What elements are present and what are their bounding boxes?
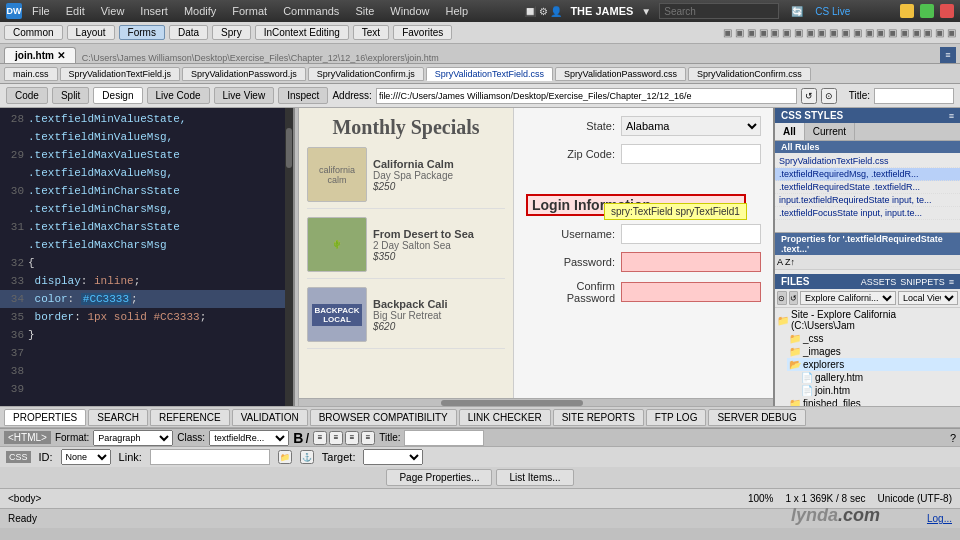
tab-browser-compat[interactable]: BROWSER COMPATIBILITY	[310, 409, 457, 426]
mode-design[interactable]: Design	[93, 87, 142, 104]
browse-link-btn[interactable]: 📁	[278, 450, 292, 464]
mode-live-view[interactable]: Live View	[214, 87, 275, 104]
italic-btn[interactable]: I	[305, 430, 309, 446]
menu-insert[interactable]: Insert	[134, 4, 174, 18]
css-rule-2[interactable]: .textfieldRequiredState .textfieldR...	[775, 181, 960, 194]
toolbar-incontext[interactable]: InContext Editing	[255, 25, 349, 40]
left-scroll[interactable]	[295, 108, 299, 406]
state-select[interactable]: Alabama	[621, 116, 761, 136]
css-rule-1[interactable]: .textfieldRequiredMsg, .textfieldR...	[775, 168, 960, 181]
props-sort-icon[interactable]: Z↑	[785, 257, 795, 267]
props-add-icon[interactable]: A	[777, 257, 783, 267]
dropdown-icon[interactable]: ▼	[641, 6, 651, 17]
toolbar-common[interactable]: Common	[4, 25, 63, 40]
menu-format[interactable]: Format	[226, 4, 273, 18]
css-tab-all[interactable]: All	[775, 123, 805, 140]
prop-help-icon[interactable]: ?	[950, 432, 956, 444]
snippets-tab[interactable]: SNIPPETS	[900, 277, 945, 287]
menu-edit[interactable]: Edit	[60, 4, 91, 18]
file-tab-maincss[interactable]: main.css	[4, 67, 58, 81]
log-link[interactable]: Log...	[927, 513, 952, 524]
css-rule-4[interactable]: .textfieldFocusState input, input.te...	[775, 207, 960, 220]
menu-help[interactable]: Help	[439, 4, 474, 18]
toolbar-layout[interactable]: Layout	[67, 25, 115, 40]
tab-server-debug[interactable]: SERVER DEBUG	[708, 409, 805, 426]
align-right-btn[interactable]: ≡	[345, 431, 359, 445]
menu-modify[interactable]: Modify	[178, 4, 222, 18]
minimize-button[interactable]	[900, 4, 914, 18]
title-prop-input[interactable]	[404, 430, 484, 446]
title-input[interactable]	[874, 88, 954, 104]
tab-validation[interactable]: VALIDATION	[232, 409, 308, 426]
id-select[interactable]: None	[61, 449, 111, 465]
link-anchor-btn[interactable]: ⚓	[300, 450, 314, 464]
files-connect-btn[interactable]: ⊙	[777, 291, 787, 305]
tab-link-checker[interactable]: LINK CHECKER	[459, 409, 551, 426]
file-tab-spryvalidation-pw-css[interactable]: SpryValidationPassword.css	[555, 67, 686, 81]
restore-button[interactable]	[920, 4, 934, 18]
password-input[interactable]	[621, 252, 761, 272]
file-tab-spryvalidation-pw-js[interactable]: SpryValidationPassword.js	[182, 67, 306, 81]
tree-join-file[interactable]: 📄 join.htm	[799, 384, 960, 397]
cs-live-label[interactable]: CS Live	[815, 6, 850, 17]
files-menu-icon[interactable]: ≡	[949, 277, 954, 287]
file-tab-spryvalidation-tf-js[interactable]: SpryValidationTextField.js	[60, 67, 180, 81]
file-tab-spryvalidation-tf-css[interactable]: SpryValidationTextField.css	[426, 67, 553, 81]
menu-view[interactable]: View	[95, 4, 131, 18]
css-filter-icon[interactable]: ≡	[940, 47, 956, 63]
tab-reference[interactable]: REFERENCE	[150, 409, 230, 426]
address-input[interactable]	[376, 88, 797, 104]
tree-finished-folder[interactable]: 📁 finished_files	[787, 397, 960, 406]
tree-gallery-file[interactable]: 📄 gallery.htm	[799, 371, 960, 384]
doc-tab-join[interactable]: join.htm ✕	[4, 47, 76, 63]
page-properties-btn[interactable]: Page Properties...	[386, 469, 492, 486]
format-select[interactable]: Paragraph	[93, 430, 173, 446]
target-select[interactable]	[363, 449, 423, 465]
mode-inspect[interactable]: Inspect	[278, 87, 328, 104]
tab-properties[interactable]: PROPERTIES	[4, 409, 86, 426]
class-select[interactable]: textfieldRe...	[209, 430, 289, 446]
menu-commands[interactable]: Commands	[277, 4, 345, 18]
align-left-btn[interactable]: ≡	[313, 431, 327, 445]
toolbar-forms[interactable]: Forms	[119, 25, 165, 40]
tab-search[interactable]: SEARCH	[88, 409, 148, 426]
toolbar-data[interactable]: Data	[169, 25, 208, 40]
list-items-btn[interactable]: List Items...	[496, 469, 573, 486]
scroll-indicator[interactable]	[285, 108, 293, 406]
refresh-btn[interactable]: ↺	[801, 88, 817, 104]
view-select[interactable]: Local View	[898, 291, 958, 305]
site-select[interactable]: Explore Californi...	[800, 291, 896, 305]
tree-explorers-folder[interactable]: 📂 explorers	[787, 358, 960, 371]
zip-input[interactable]	[621, 144, 761, 164]
close-button[interactable]	[940, 4, 954, 18]
tab-ftp-log[interactable]: FTP LOG	[646, 409, 707, 426]
toolbar-spry[interactable]: Spry	[212, 25, 251, 40]
bold-btn[interactable]: B	[293, 430, 303, 446]
css-panel-menu-icon[interactable]: ≡	[949, 111, 954, 121]
files-refresh-btn[interactable]: ↺	[789, 291, 799, 305]
tab-site-reports[interactable]: SITE REPORTS	[553, 409, 644, 426]
menu-window[interactable]: Window	[384, 4, 435, 18]
file-tab-spryvalidation-confirm-css[interactable]: SpryValidationConfirm.css	[688, 67, 811, 81]
mode-live-code[interactable]: Live Code	[147, 87, 210, 104]
tree-root[interactable]: 📁 Site - Explore California (C:\Users\Ja…	[775, 308, 960, 332]
debug-btn[interactable]: ⊙	[821, 88, 837, 104]
toolbar-text[interactable]: Text	[353, 25, 389, 40]
tree-css-folder[interactable]: 📁 _css	[787, 332, 960, 345]
css-rule-3[interactable]: input.textfieldRequiredState input, te..…	[775, 194, 960, 207]
align-justify-btn[interactable]: ≡	[361, 431, 375, 445]
css-tab-current[interactable]: Current	[805, 123, 855, 140]
toolbar-favorites[interactable]: Favorites	[393, 25, 452, 40]
mode-split[interactable]: Split	[52, 87, 89, 104]
mode-code[interactable]: Code	[6, 87, 48, 104]
search-input[interactable]	[659, 3, 779, 19]
align-center-btn[interactable]: ≡	[329, 431, 343, 445]
link-input[interactable]	[150, 449, 270, 465]
tree-images-folder[interactable]: 📁 _images	[787, 345, 960, 358]
confirm-password-input[interactable]	[621, 282, 761, 302]
username-input[interactable]	[621, 224, 761, 244]
menu-file[interactable]: File	[26, 4, 56, 18]
menu-site[interactable]: Site	[349, 4, 380, 18]
assets-tab[interactable]: ASSETS	[861, 277, 897, 287]
horizontal-scrollbar[interactable]	[299, 398, 773, 406]
